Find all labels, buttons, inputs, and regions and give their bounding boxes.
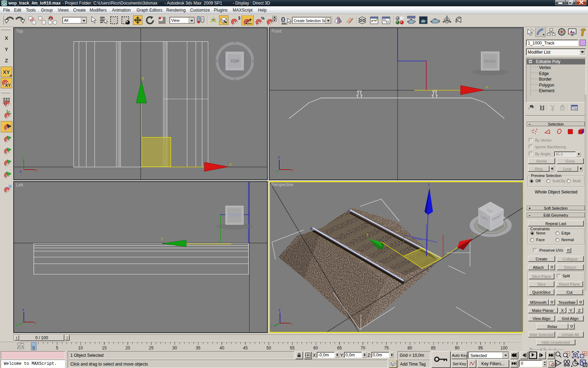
svg-text:x: x	[230, 162, 231, 166]
svg-text:x: x	[291, 168, 293, 172]
svg-text:45: 45	[243, 346, 248, 350]
svg-text:S: S	[233, 77, 236, 82]
svg-text:0: 0	[33, 346, 35, 350]
svg-text:20: 20	[125, 346, 130, 350]
svg-text:y: y	[22, 155, 24, 159]
svg-text:XY: XY	[5, 83, 11, 88]
svg-text:70: 70	[360, 346, 365, 350]
svg-text:65: 65	[337, 346, 342, 350]
svg-text:TOP: TOP	[231, 59, 239, 64]
svg-text:N: N	[233, 39, 236, 44]
svg-text:x: x	[290, 322, 292, 326]
svg-text:z: z	[428, 183, 430, 186]
svg-text:y: y	[142, 76, 144, 80]
svg-text:55: 55	[290, 346, 295, 350]
svg-text:50: 50	[266, 346, 271, 350]
svg-text:x: x	[36, 168, 37, 172]
svg-text:15: 15	[102, 346, 107, 350]
svg-text:60: 60	[313, 346, 318, 350]
svg-text:80: 80	[407, 346, 412, 350]
svg-text:25: 25	[149, 346, 154, 350]
svg-text:x: x	[34, 321, 36, 325]
svg-text:75: 75	[384, 346, 389, 350]
svg-text:W: W	[214, 59, 218, 64]
svg-text:30: 30	[172, 346, 177, 350]
svg-text:35: 35	[196, 346, 201, 350]
svg-text:z: z	[279, 308, 280, 312]
svg-text:y: y	[366, 232, 368, 236]
svg-text:40: 40	[219, 346, 224, 350]
svg-text:y: y	[161, 237, 163, 240]
svg-text:100: 100	[500, 346, 507, 350]
svg-text:85: 85	[431, 346, 436, 350]
svg-text:{}: {}	[281, 16, 285, 22]
svg-text:z: z	[20, 170, 21, 173]
svg-text:FRONT: FRONT	[484, 60, 496, 63]
svg-text:5: 5	[56, 346, 58, 350]
svg-text:y: y	[271, 323, 272, 327]
svg-text:3: 3	[238, 16, 240, 21]
svg-text:90: 90	[455, 346, 460, 350]
svg-text:10: 10	[78, 346, 83, 350]
svg-text:E: E	[252, 59, 255, 64]
svg-text:z: z	[22, 308, 24, 312]
svg-text:x: x	[486, 85, 488, 89]
svg-text:x: x	[473, 233, 475, 237]
svg-text:z: z	[278, 155, 280, 159]
svg-text:LEFT: LEFT	[230, 214, 239, 218]
svg-text:y: y	[15, 323, 17, 327]
svg-text:%: %	[261, 16, 265, 20]
svg-text:ABC: ABC	[281, 22, 288, 25]
svg-text:95: 95	[478, 346, 483, 350]
